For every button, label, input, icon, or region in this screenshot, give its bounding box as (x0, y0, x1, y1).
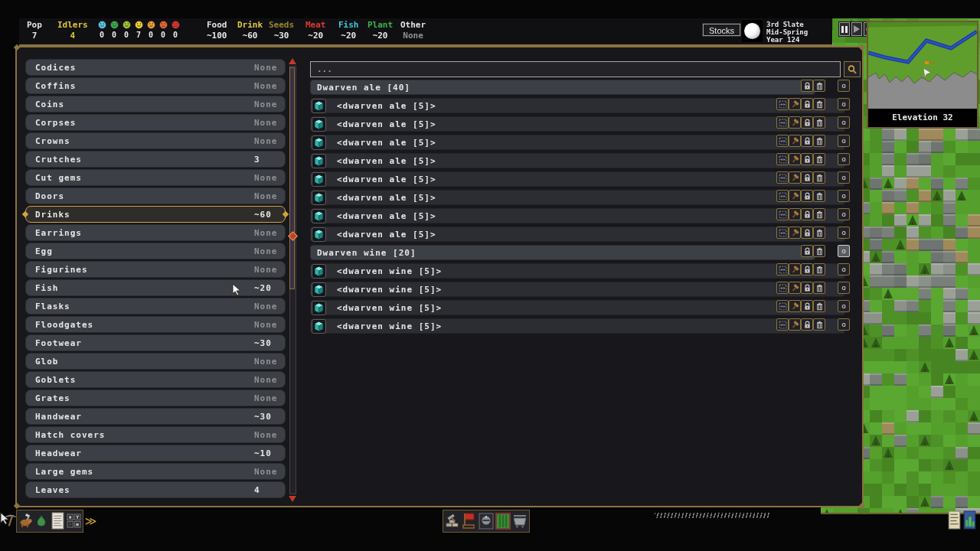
hide-button[interactable]: o (838, 245, 850, 257)
sidebar-item-figurines[interactable]: FigurinesNone (25, 261, 286, 278)
trash-button[interactable] (813, 135, 825, 147)
stock-item-row[interactable]: <dwarven wine [5]> (310, 318, 845, 334)
container-button[interactable] (312, 227, 326, 242)
container-button[interactable] (312, 319, 326, 334)
lock-button[interactable] (801, 153, 813, 165)
stock-item-row[interactable]: <dwarven ale [5]> (310, 135, 845, 150)
hammer-button[interactable] (789, 263, 801, 276)
trash-button[interactable] (813, 98, 825, 110)
sidebar-item-goblets[interactable]: GobletsNone (25, 371, 286, 388)
stocks-button[interactable]: Stocks (703, 24, 740, 36)
locate-button[interactable] (776, 98, 789, 110)
lock-button[interactable] (801, 263, 813, 276)
pause-button[interactable] (839, 22, 850, 36)
lock-button[interactable] (801, 80, 813, 92)
hide-button[interactable]: o (838, 263, 850, 276)
hammer-button[interactable] (789, 300, 801, 312)
sidebar-item-corpses[interactable]: CorpsesNone (25, 114, 286, 131)
locate-button[interactable] (776, 227, 789, 239)
lock-button[interactable] (801, 245, 813, 257)
locate-button[interactable] (776, 300, 789, 312)
hide-button[interactable]: o (838, 300, 850, 312)
sidebar-item-egg[interactable]: EggNone (25, 243, 286, 259)
stock-item-row[interactable]: <dwarven ale [5]> (310, 98, 845, 113)
lock-button[interactable] (801, 116, 813, 129)
locate-button[interactable] (776, 116, 789, 129)
hide-button[interactable]: o (838, 190, 850, 202)
hauling-button[interactable] (512, 513, 528, 529)
sidebar-item-crutches[interactable]: Crutches3 (25, 151, 286, 168)
hammer-button[interactable] (789, 190, 801, 202)
locate-button[interactable] (776, 318, 789, 331)
minimap[interactable]: Elevation 32 (867, 21, 978, 129)
sidebar-item-hatch-covers[interactable]: Hatch coversNone (25, 426, 286, 443)
orders-button[interactable] (66, 513, 81, 529)
trash-button[interactable] (813, 171, 825, 184)
announcements-button[interactable] (948, 510, 961, 530)
hide-button[interactable]: o (838, 171, 850, 184)
stock-item-row[interactable]: <dwarven wine [5]> (310, 282, 845, 297)
locate-button[interactable] (776, 208, 789, 220)
announcement-ticker[interactable] (655, 511, 769, 518)
hammer-button[interactable] (789, 171, 801, 184)
lock-button[interactable] (801, 98, 813, 110)
sidebar-item-flasks[interactable]: FlasksNone (25, 298, 286, 315)
hide-button[interactable]: o (838, 227, 850, 239)
expand-toolbar-button[interactable]: ≫ (83, 510, 98, 530)
sidebar-item-leaves[interactable]: Leaves4 (25, 481, 286, 498)
lock-button[interactable] (801, 282, 813, 294)
sidebar-item-grates[interactable]: GratesNone (25, 390, 286, 406)
sidebar-item-large-gems[interactable]: Large gemsNone (25, 463, 286, 480)
lock-button[interactable] (801, 171, 813, 184)
step-button[interactable] (851, 22, 862, 36)
category-scrollbar[interactable] (289, 58, 296, 502)
sidebar-item-coins[interactable]: CoinsNone (25, 96, 286, 112)
trash-button[interactable] (813, 227, 825, 239)
hide-button[interactable]: o (838, 135, 850, 147)
trash-button[interactable] (813, 318, 825, 331)
hammer-button[interactable] (789, 116, 801, 129)
locate-button[interactable] (776, 135, 789, 147)
hide-button[interactable]: o (838, 98, 850, 110)
stock-item-row[interactable]: <dwarven ale [5]> (310, 116, 845, 132)
container-button[interactable] (312, 154, 326, 168)
sidebar-item-glob[interactable]: GlobNone (25, 353, 286, 370)
lock-button[interactable] (801, 135, 813, 147)
lock-button[interactable] (801, 190, 813, 202)
zones-button[interactable] (495, 512, 511, 530)
lock-button[interactable] (801, 300, 813, 312)
hide-button[interactable]: o (838, 318, 850, 331)
search-icon[interactable] (844, 61, 861, 77)
sidebar-item-earrings[interactable]: EarringsNone (25, 224, 286, 241)
notes-button[interactable] (50, 512, 66, 530)
bags-button[interactable] (34, 513, 49, 529)
container-button[interactable] (312, 301, 326, 315)
container-button[interactable] (312, 209, 326, 223)
sidebar-item-doors[interactable]: DoorsNone (25, 187, 286, 204)
sidebar-item-codices[interactable]: CodicesNone (25, 59, 286, 76)
sidebar-item-cut-gems[interactable]: Cut gemsNone (25, 169, 286, 186)
hammer-button[interactable] (789, 282, 801, 294)
container-button[interactable] (312, 264, 326, 279)
container-button[interactable] (312, 191, 326, 205)
container-button[interactable] (312, 99, 326, 113)
locate-button[interactable] (776, 263, 789, 276)
scrollbar-thumb[interactable] (289, 67, 295, 289)
stock-group-header[interactable]: Dwarven wine [20] (310, 245, 815, 260)
hammer-button[interactable] (789, 153, 801, 165)
locate-button[interactable] (776, 190, 789, 202)
creatures-button[interactable] (18, 513, 34, 529)
lock-button[interactable] (801, 227, 813, 239)
lock-button[interactable] (801, 318, 813, 331)
container-button[interactable] (312, 135, 326, 150)
trash-button[interactable] (813, 190, 825, 202)
sidebar-item-headwear[interactable]: Headwear~10 (25, 445, 286, 461)
trash-button[interactable] (813, 300, 825, 312)
hide-button[interactable]: o (838, 208, 850, 220)
trash-button[interactable] (813, 116, 825, 129)
hide-button[interactable]: o (838, 153, 850, 165)
stock-item-row[interactable]: <dwarven wine [5]> (310, 300, 845, 315)
trash-button[interactable] (813, 153, 825, 165)
container-button[interactable] (312, 117, 326, 132)
locate-button[interactable] (776, 282, 789, 294)
